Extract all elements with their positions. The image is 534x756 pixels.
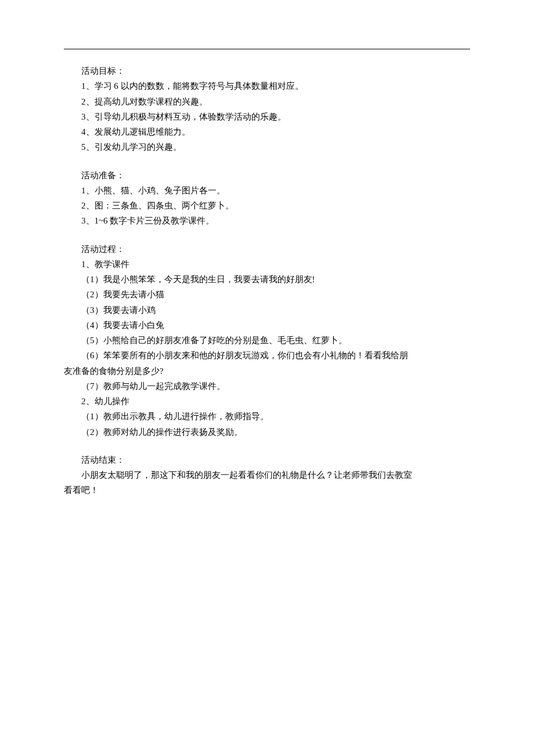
process-sub-item-continuation: 友准备的食物分别是多少? (64, 363, 470, 379)
prep-item: 3、1~6 数字卡片三份及教学课件。 (64, 213, 470, 228)
process-sub-item: （7）教师与幼儿一起完成教学课件。 (64, 379, 470, 394)
goal-item: 5、引发幼儿学习的兴趣。 (64, 139, 470, 154)
process-sub-item: （1）我是小熊笨笨，今天是我的生日，我要去请我的好朋友! (64, 272, 470, 287)
process-group-title: 1、教学课件 (64, 257, 470, 272)
process-sub-item-multiline: （6）笨笨要所有的小朋友来和他的好朋友玩游戏，你们也会有小礼物的！看看我给朋 (64, 348, 470, 363)
process-group-title: 2、幼儿操作 (64, 394, 470, 409)
closing-text-continuation: 看看吧！ (64, 483, 470, 498)
section-preparation: 活动准备： 1、小熊、猫、小鸡、兔子图片各一。 2、图：三条鱼、四条虫、两个红萝… (64, 168, 470, 229)
section-process: 活动过程： 1、教学课件 （1）我是小熊笨笨，今天是我的生日，我要去请我的好朋友… (64, 242, 470, 440)
goal-item: 3、引导幼儿积极与材料互动，体验数学活动的乐趣。 (64, 109, 470, 124)
horizontal-rule (64, 49, 470, 49)
section-title-closing: 活动结束： (64, 452, 470, 467)
prep-item: 2、图：三条鱼、四条虫、两个红萝卜。 (64, 198, 470, 213)
section-goals: 活动目标： 1、学习 6 以内的数数，能将数字符号与具体数量相对应。 2、提高幼… (64, 63, 470, 155)
closing-text: 小朋友太聪明了，那这下和我的朋友一起看看你们的礼物是什么？让老师带我们去教室 (64, 467, 470, 483)
section-title-preparation: 活动准备： (64, 168, 470, 183)
prep-item: 1、小熊、猫、小鸡、兔子图片各一。 (64, 183, 470, 198)
section-title-goals: 活动目标： (64, 63, 470, 78)
goal-item: 2、提高幼儿对数学课程的兴趣。 (64, 94, 470, 109)
process-sub-item: （4）我要去请小白兔 (64, 318, 470, 333)
process-sub-item: （5）小熊给自己的好朋友准备了好吃的分别是鱼、毛毛虫、红萝卜。 (64, 333, 470, 348)
goal-item: 1、学习 6 以内的数数，能将数字符号与具体数量相对应。 (64, 78, 470, 93)
goal-item: 4、发展幼儿逻辑思维能力。 (64, 124, 470, 139)
process-sub-item: （1）教师出示教具，幼儿进行操作，教师指导。 (64, 409, 470, 424)
process-sub-item: （2）教师对幼儿的操作进行表扬及奖励。 (64, 424, 470, 440)
process-sub-item: （2）我要先去请小猫 (64, 287, 470, 302)
section-closing: 活动结束： 小朋友太聪明了，那这下和我的朋友一起看看你们的礼物是什么？让老师带我… (64, 452, 470, 498)
section-title-process: 活动过程： (64, 242, 470, 257)
process-sub-item: （3）我要去请小鸡 (64, 303, 470, 318)
